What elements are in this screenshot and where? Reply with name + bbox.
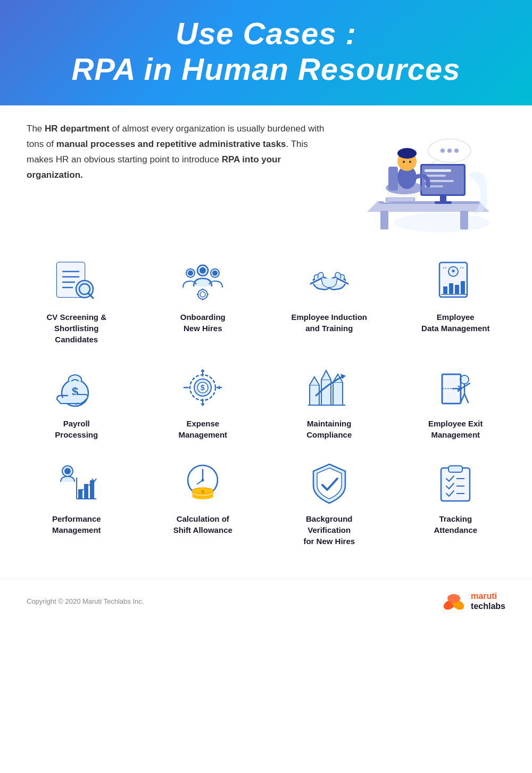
svg-point-71: [462, 377, 467, 382]
tracking-attendance-label: TrackingAttendance: [434, 513, 477, 536]
header-line2: RPA in Human Resources: [71, 52, 460, 86]
svg-point-79: [64, 468, 71, 474]
tracking-attendance-icon: [431, 462, 479, 504]
use-case-employee-data: EmployeeData Management: [395, 249, 517, 350]
use-case-cv-screening: CV Screening &ShortlistingCandidates: [16, 249, 137, 350]
background-verification-label: BackgroundVerificationfor New Hires: [303, 513, 355, 547]
svg-point-23: [440, 149, 445, 153]
employee-data-label: EmployeeData Management: [421, 311, 489, 334]
intro-section: The HR department of almost every organi…: [0, 105, 532, 239]
cv-screening-label: CV Screening &ShortlistingCandidates: [46, 311, 106, 345]
use-case-compliance: MaintainingCompliance: [269, 356, 390, 446]
svg-point-38: [188, 270, 193, 276]
use-case-expense: $ ExpenseManagement: [143, 356, 264, 446]
employee-exit-icon-container: [429, 364, 482, 412]
header-title: Use Cases : RPA in Human Resources: [21, 16, 511, 87]
svg-rect-94: [441, 468, 470, 501]
svg-point-24: [447, 149, 452, 153]
shift-allowance-icon-container: $: [176, 459, 229, 507]
use-case-employee-exit: Employee ExitManagement: [395, 356, 517, 446]
svg-point-89: [202, 479, 204, 482]
use-case-employee-induction: Employee Inductionand Training: [269, 249, 390, 350]
use-case-background-verification: BackgroundVerificationfor New Hires: [269, 451, 390, 552]
svg-point-21: [409, 161, 411, 163]
use-case-onboarding: OnboardingNew Hires: [143, 249, 264, 350]
svg-rect-55: [455, 285, 459, 294]
svg-text:$: $: [201, 383, 205, 392]
onboarding-icon-container: [176, 257, 229, 305]
shift-allowance-label: Calculation ofShift Allowance: [173, 513, 232, 536]
grid-row-3: PerformanceManagement $: [16, 451, 516, 552]
svg-text:$: $: [202, 489, 204, 494]
svg-point-50: [452, 270, 455, 273]
svg-rect-16: [388, 167, 398, 191]
payroll-icon: $: [53, 366, 101, 409]
brand-name: maruti techlabs: [471, 591, 505, 611]
svg-rect-64: [310, 385, 319, 405]
svg-point-40: [212, 270, 218, 276]
background-verification-icon: [305, 462, 353, 504]
expense-label: ExpenseManagement: [178, 418, 227, 440]
compliance-icon-container: [303, 364, 356, 412]
svg-point-20: [403, 161, 405, 163]
header-section: Use Cases : RPA in Human Resources: [0, 0, 532, 105]
employee-exit-icon: [431, 366, 479, 409]
svg-point-36: [200, 267, 206, 274]
svg-rect-1: [380, 211, 388, 229]
svg-rect-54: [449, 283, 453, 294]
background-verification-icon-container: [303, 459, 356, 507]
svg-point-19: [397, 148, 417, 159]
svg-rect-65: [321, 380, 331, 405]
svg-rect-53: [443, 286, 447, 294]
footer-copyright: Copyright © 2020 Maruti Techlabs Inc.: [27, 597, 144, 605]
cv-screening-icon-container: [50, 257, 103, 305]
intro-illustration: [335, 121, 505, 233]
svg-rect-80: [78, 489, 82, 499]
svg-point-101: [447, 594, 460, 603]
onboarding-label: OnboardingNew Hires: [180, 311, 226, 334]
performance-label: PerformanceManagement: [52, 513, 101, 536]
svg-rect-56: [461, 281, 465, 294]
shift-allowance-icon: $: [179, 462, 227, 504]
employee-data-icon: [431, 260, 479, 302]
payroll-label: PayrollProcessing: [55, 418, 98, 440]
intro-text: The HR department of almost every organi…: [27, 121, 325, 183]
compliance-label: MaintainingCompliance: [306, 418, 352, 440]
grid-row-1: CV Screening &ShortlistingCandidates: [16, 249, 516, 350]
use-case-payroll: $ PayrollProcessing: [16, 356, 137, 446]
svg-rect-95: [448, 466, 462, 472]
onboarding-icon: [179, 260, 227, 302]
use-case-tracking-attendance: TrackingAttendance: [395, 451, 517, 552]
svg-rect-6: [435, 201, 452, 204]
employee-induction-icon: [305, 260, 353, 302]
payroll-icon-container: $: [50, 364, 103, 412]
compliance-icon: [305, 366, 353, 409]
svg-point-25: [454, 149, 459, 153]
use-case-performance: PerformanceManagement: [16, 451, 137, 552]
desk-scene-svg: [346, 121, 495, 233]
expense-icon-container: $: [176, 364, 229, 412]
footer-section: Copyright © 2020 Maruti Techlabs Inc. ma…: [0, 579, 532, 623]
svg-rect-7: [425, 169, 451, 172]
svg-rect-66: [333, 382, 343, 405]
use-cases-grid: CV Screening &ShortlistingCandidates: [0, 239, 532, 573]
expense-icon: $: [179, 366, 227, 409]
tracking-attendance-icon-container: [429, 459, 482, 507]
employee-exit-label: Employee ExitManagement: [428, 418, 483, 440]
maruti-techlabs-logo-icon: [441, 590, 467, 612]
cv-screening-icon: [53, 260, 101, 302]
svg-rect-14: [387, 198, 414, 201]
svg-point-0: [394, 213, 489, 232]
svg-line-74: [464, 394, 468, 402]
performance-icon: [53, 462, 101, 504]
brand-logo: maruti techlabs: [441, 590, 505, 612]
header-line1: Use Cases :: [176, 16, 356, 51]
employee-induction-icon-container: [303, 257, 356, 305]
use-case-shift-allowance: $ Calculation ofShift Allowance: [143, 451, 264, 552]
performance-icon-container: [50, 459, 103, 507]
svg-point-42: [200, 292, 205, 297]
svg-rect-2: [460, 211, 468, 229]
employee-data-icon-container: [429, 257, 482, 305]
employee-induction-label: Employee Inductionand Training: [291, 311, 367, 334]
grid-row-2: $ PayrollProcessing: [16, 356, 516, 446]
